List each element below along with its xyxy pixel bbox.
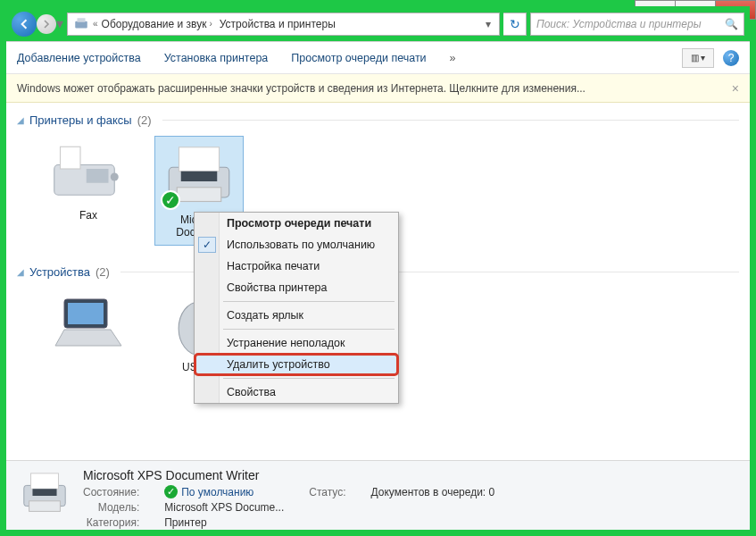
devices-printers-icon bbox=[73, 16, 89, 32]
nav-history-dropdown[interactable]: ▾ bbox=[56, 12, 65, 37]
device-fax[interactable]: Fax bbox=[44, 136, 133, 246]
nav-forward-button[interactable] bbox=[37, 14, 56, 34]
check-icon: ✓ bbox=[164, 485, 178, 498]
device-laptop[interactable] bbox=[44, 288, 133, 373]
help-button[interactable]: ? bbox=[723, 50, 739, 66]
details-category-value: Принтер bbox=[164, 516, 284, 529]
printer-icon: ✓ bbox=[159, 140, 239, 212]
details-pane: Microsoft XPS Document Writer Состояние:… bbox=[6, 460, 750, 530]
details-state-label: Состояние: bbox=[83, 486, 139, 498]
info-banner[interactable]: Windows может отображать расширенные зна… bbox=[6, 74, 750, 103]
svg-rect-8 bbox=[177, 187, 221, 201]
details-state-value: ✓ По умолчанию bbox=[164, 485, 284, 498]
breadcrumb-seg-devices-printers[interactable]: Устройства и принтеры bbox=[216, 13, 339, 35]
details-title: Microsoft XPS Document Writer bbox=[83, 468, 494, 482]
default-check-badge: ✓ bbox=[161, 190, 180, 210]
svg-point-5 bbox=[111, 172, 119, 180]
address-dropdown[interactable]: ▾ bbox=[479, 18, 497, 30]
search-placeholder: Поиск: Устройства и принтеры bbox=[536, 18, 701, 30]
svg-rect-19 bbox=[32, 490, 56, 497]
details-status-label: Статус: bbox=[309, 486, 345, 498]
ctx-item-set-default[interactable]: ✓ Использовать по умолчанию bbox=[195, 234, 398, 255]
details-status-value: Документов в очереди: 0 bbox=[371, 486, 495, 498]
collapse-icon: ◢ bbox=[17, 267, 24, 277]
view-print-queue-link[interactable]: Просмотр очереди печати bbox=[291, 52, 426, 64]
svg-rect-17 bbox=[31, 473, 59, 489]
device-label: Fax bbox=[79, 209, 97, 222]
nav-back-forward: ▾ bbox=[12, 11, 63, 38]
svg-rect-9 bbox=[181, 171, 218, 180]
ctx-item-remove-device[interactable]: Удалить устройство bbox=[195, 354, 398, 375]
group-header-printers[interactable]: ◢ Принтеры и факсы (2) bbox=[17, 113, 739, 127]
command-bar: Добавление устройства Установка принтера… bbox=[6, 42, 750, 74]
svg-rect-0 bbox=[75, 21, 87, 28]
refresh-button[interactable]: ↻ bbox=[503, 13, 527, 36]
svg-marker-12 bbox=[55, 330, 121, 346]
info-banner-close[interactable]: × bbox=[732, 81, 739, 96]
nav-back-button[interactable] bbox=[12, 12, 37, 37]
ctx-separator bbox=[223, 329, 395, 330]
view-options-button[interactable]: ▥ ▾ bbox=[682, 48, 714, 68]
search-icon: 🔍 bbox=[725, 18, 738, 30]
svg-rect-11 bbox=[68, 303, 104, 324]
svg-rect-7 bbox=[179, 147, 220, 171]
svg-rect-4 bbox=[87, 169, 109, 183]
details-category-label: Категория: bbox=[83, 516, 139, 529]
fax-icon bbox=[48, 136, 129, 207]
ctx-item-troubleshoot[interactable]: Устранение неполадок bbox=[195, 332, 398, 354]
more-commands-button[interactable]: » bbox=[450, 52, 456, 64]
svg-rect-18 bbox=[29, 501, 61, 512]
ctx-separator bbox=[223, 301, 395, 302]
add-printer-link[interactable]: Установка принтера bbox=[164, 52, 269, 64]
details-printer-icon bbox=[19, 468, 71, 520]
svg-rect-1 bbox=[78, 18, 86, 22]
collapse-icon: ◢ bbox=[17, 115, 24, 125]
printer-context-menu: Просмотр очереди печати ✓ Использовать п… bbox=[194, 212, 399, 404]
ctx-item-view-queue[interactable]: Просмотр очереди печати bbox=[195, 213, 398, 234]
add-device-link[interactable]: Добавление устройства bbox=[17, 52, 141, 64]
ctx-item-properties[interactable]: Свойства bbox=[195, 381, 398, 403]
svg-rect-3 bbox=[61, 147, 81, 169]
ctx-separator bbox=[223, 378, 395, 379]
ctx-item-create-shortcut[interactable]: Создать ярлык bbox=[195, 305, 398, 326]
laptop-icon bbox=[48, 288, 129, 359]
ctx-item-print-setup[interactable]: Настройка печати bbox=[195, 255, 398, 277]
details-model-label: Модель: bbox=[83, 501, 139, 514]
address-bar[interactable]: « Оборудование и звук› Устройства и прин… bbox=[67, 13, 500, 36]
breadcrumb-seg-hardware-sound[interactable]: Оборудование и звук› bbox=[98, 13, 216, 35]
info-banner-text: Windows может отображать расширенные зна… bbox=[17, 82, 586, 95]
ctx-item-printer-properties[interactable]: Свойства принтера bbox=[195, 277, 398, 298]
check-icon: ✓ bbox=[198, 237, 216, 253]
search-input[interactable]: Поиск: Устройства и принтеры 🔍 bbox=[530, 13, 744, 36]
explorer-window: – ▢ ✕ ▾ « Оборудование и звук› Устройств… bbox=[0, 0, 756, 536]
details-model-value: Microsoft XPS Docume... bbox=[164, 501, 284, 514]
navigation-bar: ▾ « Оборудование и звук› Устройства и пр… bbox=[6, 6, 750, 42]
